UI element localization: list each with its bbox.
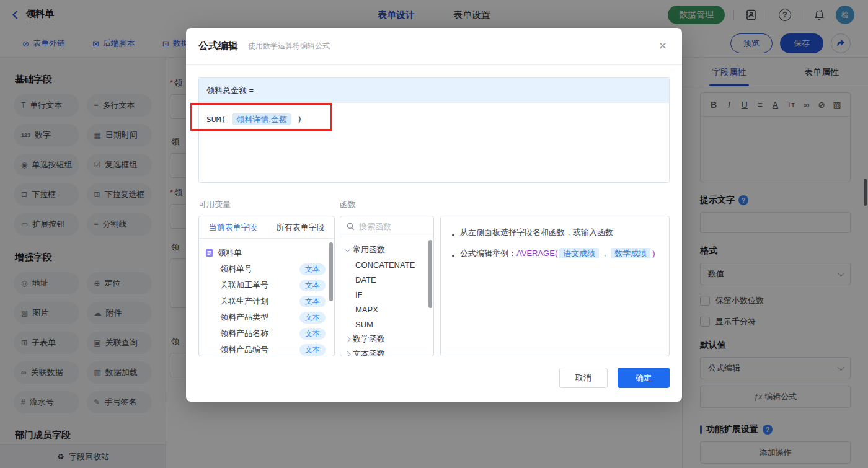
type-badge: 文本 xyxy=(299,263,326,275)
tab-current-form-fields[interactable]: 当前表单字段 xyxy=(199,216,267,238)
confirm-button[interactable]: 确定 xyxy=(618,368,670,388)
variable-row[interactable]: 关联加工单号文本 xyxy=(205,277,334,293)
chevron-down-icon xyxy=(345,246,351,252)
type-badge: 文本 xyxy=(299,344,326,356)
cancel-button[interactable]: 取消 xyxy=(559,368,608,388)
variable-row[interactable]: 关联生产计划文本 xyxy=(205,293,334,309)
close-icon[interactable]: ✕ xyxy=(656,37,670,55)
hint-line-2: 公式编辑举例：AVERAGE(语文成绩，数学成绩) xyxy=(460,247,655,260)
variables-root-node[interactable]: 领料单 xyxy=(205,245,334,261)
chevron-right-icon xyxy=(345,351,351,356)
example-token-1: 语文成绩 xyxy=(559,248,599,258)
formula-function: SUM( xyxy=(206,115,226,124)
type-badge: 文本 xyxy=(299,312,326,324)
function-item-mapx[interactable]: MAPX xyxy=(345,302,433,317)
modal-subtitle: 使用数学运算符编辑公式 xyxy=(248,41,330,51)
formula-field-token[interactable]: 领料详情.金额 xyxy=(232,113,291,125)
functions-label: 函数 xyxy=(340,199,356,210)
document-icon xyxy=(205,249,213,257)
formula-target: 领料总金额 = xyxy=(199,78,669,103)
hints-panel: 从左侧面板选择字段名和函数，或输入函数 公式编辑举例：AVERAGE(语文成绩，… xyxy=(440,216,670,356)
type-badge: 文本 xyxy=(299,296,326,307)
function-group-text[interactable]: 文本函数 xyxy=(345,347,433,356)
variable-row[interactable]: 领料产品类型文本 xyxy=(205,309,334,325)
function-group-common[interactable]: 常用函数 xyxy=(345,242,433,257)
variables-panel: 当前表单字段 所有表单字段 领料单 领料单号文本 关联加工单号文本 关联生产计划… xyxy=(198,216,335,356)
formula-editor-area[interactable]: 领料总金额 = SUM( 领料详情.金额 ) xyxy=(198,77,670,183)
variables-label: 可用变量 xyxy=(198,199,231,210)
function-search[interactable] xyxy=(340,216,433,237)
formula-close-paren: ) xyxy=(298,115,303,124)
example-function: AVERAGE( xyxy=(516,249,557,258)
function-item-concatenate[interactable]: CONCATENATE xyxy=(345,257,433,272)
variable-row[interactable]: 领料产品名称文本 xyxy=(205,325,334,342)
variable-row[interactable]: 领料单号文本 xyxy=(205,261,334,277)
search-icon xyxy=(347,223,355,231)
function-item-if[interactable]: IF xyxy=(345,287,433,302)
app-root: 领料单 表单设计 表单设置 数据管理 ? xyxy=(0,0,868,468)
chevron-right-icon xyxy=(345,336,351,342)
hint-line-1: 从左侧面板选择字段名和函数，或输入函数 xyxy=(460,226,613,239)
functions-panel: 常用函数 CONCATENATE DATE IF MAPX SUM 数学函数 文… xyxy=(340,216,434,356)
modal-title: 公式编辑 xyxy=(198,40,238,53)
bullet-icon xyxy=(452,234,454,236)
scrollbar-thumb[interactable] xyxy=(329,242,333,301)
function-item-sum[interactable]: SUM xyxy=(345,317,433,332)
variable-row[interactable]: 领料产品编号文本 xyxy=(205,342,334,356)
bullet-icon xyxy=(452,255,454,257)
type-badge: 文本 xyxy=(299,328,326,340)
formula-expression[interactable]: SUM( 领料详情.金额 ) xyxy=(199,103,669,136)
type-badge: 文本 xyxy=(299,280,326,291)
function-search-input[interactable] xyxy=(359,222,421,231)
scrollbar-thumb[interactable] xyxy=(428,240,432,308)
function-group-math[interactable]: 数学函数 xyxy=(345,332,433,347)
function-item-date[interactable]: DATE xyxy=(345,272,433,287)
example-token-2: 数学成绩 xyxy=(611,248,650,258)
tab-all-form-fields[interactable]: 所有表单字段 xyxy=(267,216,334,238)
formula-editor-modal: 公式编辑 使用数学运算符编辑公式 ✕ 领料总金额 = SUM( 领料详情.金额 … xyxy=(186,28,682,402)
